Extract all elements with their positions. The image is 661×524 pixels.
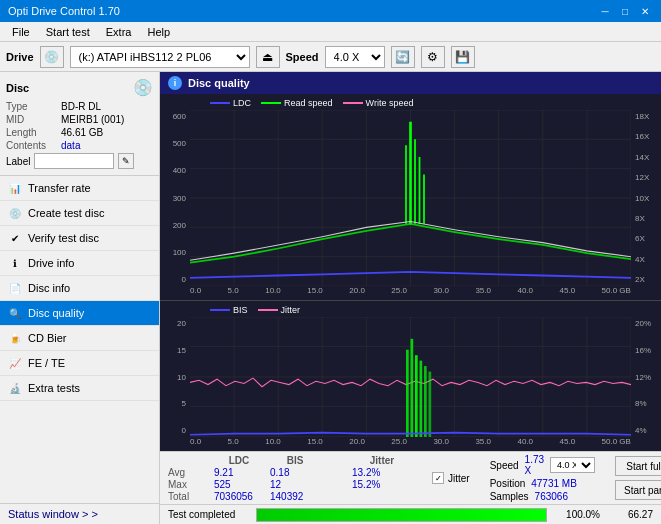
jitter-label: Jitter bbox=[448, 473, 470, 484]
status-window[interactable]: Status window > > bbox=[0, 503, 159, 524]
create-test-disc-icon: 💿 bbox=[8, 206, 22, 220]
chart-header-icon: i bbox=[168, 76, 182, 90]
bottom-chart-svg bbox=[190, 317, 631, 437]
disc-row-contents: Contents data bbox=[6, 140, 153, 151]
speed-select[interactable]: 4.0 X bbox=[325, 46, 385, 68]
sidebar-item-transfer-rate[interactable]: 📊 Transfer rate bbox=[0, 176, 159, 201]
sidebar-item-disc-info[interactable]: 📄 Disc info bbox=[0, 276, 159, 301]
menu-extra[interactable]: Extra bbox=[98, 24, 140, 40]
samples-row: Samples 763066 bbox=[490, 491, 595, 502]
top-chart-svg bbox=[190, 110, 631, 286]
sidebar-item-disc-quality[interactable]: 🔍 Disc quality bbox=[0, 301, 159, 326]
progress-bar bbox=[256, 508, 547, 522]
drive-label: Drive bbox=[6, 51, 34, 63]
start-buttons: Start full Start part bbox=[615, 456, 661, 500]
refresh-button[interactable]: 🔄 bbox=[391, 46, 415, 68]
disc-panel: Disc 💿 Type BD-R DL MID MEIRB1 (001) Len… bbox=[0, 72, 159, 176]
speed-label: Speed bbox=[286, 51, 319, 63]
speed-row: Speed 1.73 X 4.0 X bbox=[490, 454, 595, 476]
eject-button[interactable]: ⏏ bbox=[256, 46, 280, 68]
disc-icon: 💿 bbox=[133, 78, 153, 97]
sidebar-item-label: Create test disc bbox=[28, 207, 104, 219]
speed-dropdown[interactable]: 4.0 X bbox=[550, 457, 595, 473]
legend-jitter: Jitter bbox=[258, 305, 301, 315]
top-y-axis-right: 18X 16X 14X 12X 10X 8X 6X 4X 2X bbox=[633, 110, 661, 286]
svg-rect-41 bbox=[424, 366, 427, 437]
max-label: Max bbox=[168, 479, 208, 490]
drive-browse-button[interactable]: 💿 bbox=[40, 46, 64, 68]
sidebar-item-label: Verify test disc bbox=[28, 232, 99, 244]
disc-label-row: Label ✎ bbox=[6, 153, 153, 169]
menu-starttest[interactable]: Start test bbox=[38, 24, 98, 40]
label-edit-button[interactable]: ✎ bbox=[118, 153, 134, 169]
sidebar-item-label: Extra tests bbox=[28, 382, 80, 394]
svg-rect-39 bbox=[415, 355, 418, 437]
disc-row-length: Length 46.61 GB bbox=[6, 127, 153, 138]
jitter-checkbox[interactable]: ✓ bbox=[432, 472, 444, 484]
content-area: i Disc quality LDC Read speed bbox=[160, 72, 661, 524]
sidebar-item-create-test-disc[interactable]: 💿 Create test disc bbox=[0, 201, 159, 226]
chart-bottom-legend: BIS Jitter bbox=[210, 305, 300, 315]
svg-rect-38 bbox=[411, 339, 414, 437]
menu-file[interactable]: File bbox=[4, 24, 38, 40]
write-speed-color bbox=[343, 102, 363, 104]
sidebar-item-fe-te[interactable]: 📈 FE / TE bbox=[0, 351, 159, 376]
sidebar-item-extra-tests[interactable]: 🔬 Extra tests bbox=[0, 376, 159, 401]
sidebar-item-cd-bier[interactable]: 🍺 CD Bier bbox=[0, 326, 159, 351]
max-ldc: 525 bbox=[214, 479, 264, 490]
progress-fill bbox=[257, 509, 546, 521]
extra-tests-icon: 🔬 bbox=[8, 381, 22, 395]
cd-bier-icon: 🍺 bbox=[8, 331, 22, 345]
save-button[interactable]: 💾 bbox=[451, 46, 475, 68]
legend-read-speed: Read speed bbox=[261, 98, 333, 108]
fe-te-icon: 📈 bbox=[8, 356, 22, 370]
top-x-axis: 0.0 5.0 10.0 15.0 20.0 25.0 30.0 35.0 40… bbox=[190, 286, 631, 300]
svg-rect-40 bbox=[420, 361, 423, 437]
disc-row-mid: MID MEIRB1 (001) bbox=[6, 114, 153, 125]
total-ldc: 7036056 bbox=[214, 491, 264, 502]
progress-percent: 100.0% bbox=[555, 509, 600, 520]
legend-ldc: LDC bbox=[210, 98, 251, 108]
total-bis: 140392 bbox=[270, 491, 320, 502]
app-title: Opti Drive Control 1.70 bbox=[8, 5, 120, 17]
menu-help[interactable]: Help bbox=[139, 24, 178, 40]
bottom-y-axis-right: 20% 16% 12% 8% 4% bbox=[633, 317, 661, 437]
read-speed-color bbox=[261, 102, 281, 104]
speed-pos-section: Speed 1.73 X 4.0 X Position 47731 MB Sam… bbox=[490, 454, 595, 502]
chart-header: i Disc quality bbox=[160, 72, 661, 94]
drivebar: Drive 💿 (k:) ATAPI iHBS112 2 PL06 ⏏ Spee… bbox=[0, 42, 661, 72]
legend-write-speed: Write speed bbox=[343, 98, 414, 108]
minimize-button[interactable]: ─ bbox=[597, 3, 613, 19]
start-part-button[interactable]: Start part bbox=[615, 480, 661, 500]
maximize-button[interactable]: □ bbox=[617, 3, 633, 19]
label-input[interactable] bbox=[34, 153, 114, 169]
position-value: 47731 MB bbox=[531, 478, 577, 489]
max-bis: 12 bbox=[270, 479, 320, 490]
svg-rect-42 bbox=[429, 372, 432, 437]
close-button[interactable]: ✕ bbox=[637, 3, 653, 19]
bottom-x-axis: 0.0 5.0 10.0 15.0 20.0 25.0 30.0 35.0 40… bbox=[190, 437, 631, 451]
main-layout: Disc 💿 Type BD-R DL MID MEIRB1 (001) Len… bbox=[0, 72, 661, 524]
sidebar-item-verify-test-disc[interactable]: ✔ Verify test disc bbox=[0, 226, 159, 251]
sidebar-item-drive-info[interactable]: ℹ Drive info bbox=[0, 251, 159, 276]
transfer-rate-icon: 📊 bbox=[8, 181, 22, 195]
samples-label: Samples bbox=[490, 491, 529, 502]
svg-rect-37 bbox=[406, 350, 409, 437]
settings-button[interactable]: ⚙ bbox=[421, 46, 445, 68]
disc-section-title: Disc bbox=[6, 82, 29, 94]
menubar: File Start test Extra Help bbox=[0, 22, 661, 42]
start-full-button[interactable]: Start full bbox=[615, 456, 661, 476]
sidebar: Disc 💿 Type BD-R DL MID MEIRB1 (001) Len… bbox=[0, 72, 160, 524]
drive-select[interactable]: (k:) ATAPI iHBS112 2 PL06 bbox=[70, 46, 250, 68]
disc-quality-icon: 🔍 bbox=[8, 306, 22, 320]
max-jitter: 15.2% bbox=[352, 479, 412, 490]
chart-top: LDC Read speed Write speed bbox=[160, 94, 661, 301]
samples-value: 763066 bbox=[535, 491, 568, 502]
disc-row-type: Type BD-R DL bbox=[6, 101, 153, 112]
sidebar-item-label: Drive info bbox=[28, 257, 74, 269]
chart-bottom: BIS Jitter bbox=[160, 301, 661, 451]
jitter-color bbox=[258, 309, 278, 311]
speed-value: 1.73 X bbox=[525, 454, 544, 476]
position-label: Position bbox=[490, 478, 526, 489]
disc-info-icon: 📄 bbox=[8, 281, 22, 295]
